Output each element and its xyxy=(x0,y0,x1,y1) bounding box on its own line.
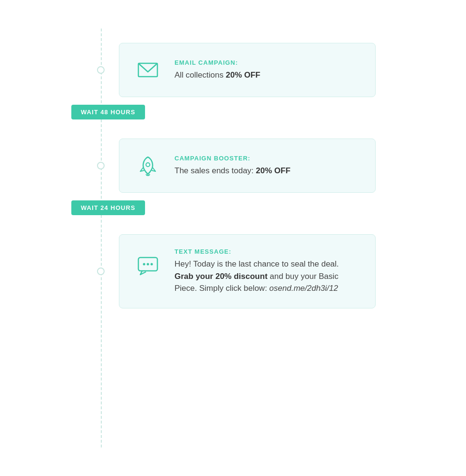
svg-point-1 xyxy=(146,163,150,167)
timeline-container: EMAIL CAMPAIGN: All collections 20% OFF … xyxy=(71,29,423,447)
wait-48-badge: WAIT 48 HOURS xyxy=(71,105,145,119)
rocket-icon xyxy=(133,150,163,181)
wait-24-row: WAIT 24 HOURS xyxy=(71,200,423,215)
svg-point-3 xyxy=(143,263,146,266)
text-message-card: TEXT MESSAGE: Hey! Today is the last cha… xyxy=(119,234,376,308)
email-icon xyxy=(133,55,163,85)
booster-body-plain: The sales ends today: xyxy=(175,166,256,175)
email-campaign-title: EMAIL CAMPAIGN: xyxy=(175,59,362,66)
text-link: osend.me/2dh3i/12 xyxy=(269,284,338,293)
campaign-booster-item: CAMPAIGN BOOSTER: The sales ends today: … xyxy=(71,139,423,193)
text-message-item: TEXT MESSAGE: Hey! Today is the last cha… xyxy=(71,234,423,308)
wait-48-row: WAIT 48 HOURS xyxy=(71,105,423,119)
text-bold: Grab your 20% discount xyxy=(175,272,268,281)
timeline-dot-1 xyxy=(97,66,105,74)
email-body-plain: All collections xyxy=(175,70,226,79)
chat-icon xyxy=(133,250,163,280)
email-body-bold: 20% OFF xyxy=(226,70,261,79)
svg-point-5 xyxy=(151,263,153,266)
text-message-title: TEXT MESSAGE: xyxy=(175,248,362,255)
wait-24-badge: WAIT 24 HOURS xyxy=(71,200,145,215)
timeline-dot-2 xyxy=(97,162,105,169)
svg-point-4 xyxy=(147,263,149,266)
email-campaign-content: EMAIL CAMPAIGN: All collections 20% OFF xyxy=(175,59,362,81)
campaign-booster-title: CAMPAIGN BOOSTER: xyxy=(175,155,362,162)
text-line1: Hey! Today is the last chance to seal th… xyxy=(175,259,339,268)
campaign-booster-body: The sales ends today: 20% OFF xyxy=(175,165,362,177)
campaign-booster-content: CAMPAIGN BOOSTER: The sales ends today: … xyxy=(175,155,362,177)
campaign-booster-card: CAMPAIGN BOOSTER: The sales ends today: … xyxy=(119,139,376,193)
text-message-content: TEXT MESSAGE: Hey! Today is the last cha… xyxy=(175,248,362,295)
booster-body-bold: 20% OFF xyxy=(256,166,291,175)
email-campaign-item: EMAIL CAMPAIGN: All collections 20% OFF xyxy=(71,43,423,97)
email-campaign-card: EMAIL CAMPAIGN: All collections 20% OFF xyxy=(119,43,376,97)
timeline-dot-3 xyxy=(97,268,105,275)
text-message-body: Hey! Today is the last chance to seal th… xyxy=(175,258,362,295)
email-campaign-body: All collections 20% OFF xyxy=(175,69,362,81)
